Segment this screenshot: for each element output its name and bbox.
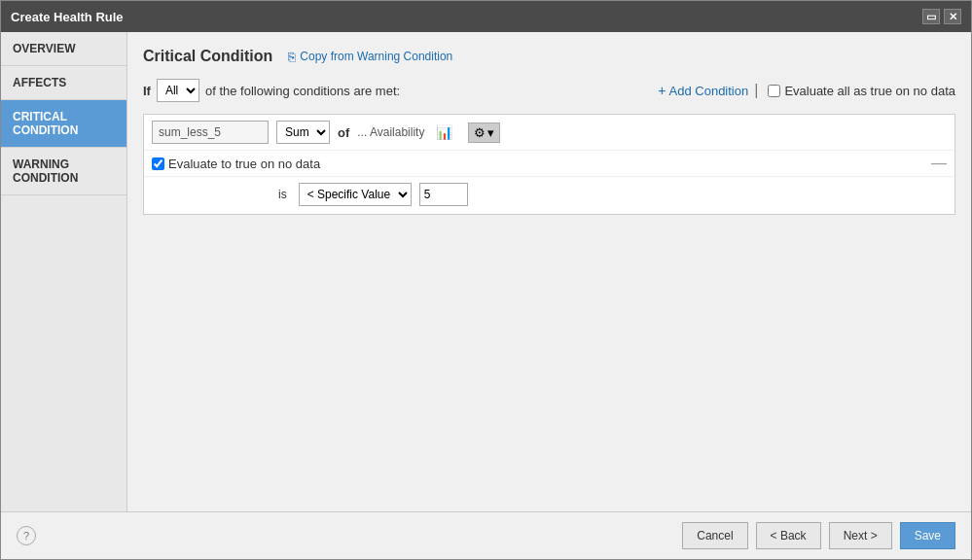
sidebar-item-overview[interactable]: Overview [1, 32, 126, 66]
restore-button[interactable]: ▭ [922, 9, 940, 24]
title-bar: Create Health Rule ▭ ✕ [1, 1, 971, 32]
main-header: Critical Condition ⎘ Copy from Warning C… [143, 48, 955, 65]
evaluate-all-label: Evaluate all as true on no data [768, 84, 955, 98]
condition-bar-right: + Add Condition | Evaluate all as true o… [658, 82, 955, 99]
next-button[interactable]: Next > [829, 522, 892, 549]
cancel-button[interactable]: Cancel [682, 522, 747, 549]
add-condition-label: Add Condition [669, 84, 749, 98]
main-content: Critical Condition ⎘ Copy from Warning C… [127, 32, 971, 511]
page-title: Critical Condition [143, 48, 272, 65]
sidebar-item-warning-condition[interactable]: Warning Condition [1, 148, 126, 195]
gear-dropdown-icon: ▾ [487, 125, 494, 140]
close-button[interactable]: ✕ [944, 9, 961, 24]
evaluate-true-checkbox[interactable] [152, 158, 164, 170]
copy-from-warning-link[interactable]: Copy from Warning Condition [300, 50, 452, 63]
evaluate-all-text: Evaluate all as true on no data [784, 84, 955, 98]
if-label: If [143, 84, 151, 98]
evaluate-true-row: Evaluate to true on no data — [144, 151, 954, 177]
copy-icon: ⎘ [288, 50, 296, 64]
help-button[interactable]: ? [17, 526, 36, 545]
sidebar-item-critical-condition[interactable]: Critical Condition [1, 100, 126, 148]
back-button[interactable]: < Back [756, 522, 821, 549]
plus-icon: + [658, 83, 666, 98]
operator-select[interactable]: < Specific Value [299, 183, 412, 206]
value-input[interactable] [419, 183, 468, 206]
of-label: of [338, 125, 349, 140]
footer: ? Cancel < Back Next > Save [1, 511, 971, 559]
sidebar: Overview Affects Critical Condition Warn… [1, 32, 127, 511]
content: Overview Affects Critical Condition Warn… [1, 32, 971, 511]
sidebar-item-affects[interactable]: Affects [1, 66, 126, 100]
dialog-title: Create Health Rule [11, 10, 124, 24]
evaluate-true-text: Evaluate to true on no data [168, 157, 320, 171]
condition-row-top: sum_less_5 Sum of ... Availability 📊 ⚙ ▾ [144, 115, 954, 151]
condition-content: sum_less_5 Sum of ... Availability 📊 ⚙ ▾ [143, 114, 955, 215]
chart-icon: 📊 [436, 124, 452, 140]
row-right-actions: ⚙ ▾ [468, 122, 500, 143]
metric-path: ... Availability [357, 125, 424, 139]
dialog: Create Health Rule ▭ ✕ Overview Affects … [0, 0, 972, 560]
all-select[interactable]: All [157, 79, 199, 102]
is-label: is [278, 188, 287, 201]
title-bar-controls: ▭ ✕ [922, 9, 961, 24]
save-button[interactable]: Save [900, 522, 955, 549]
add-condition-button[interactable]: + Add Condition [658, 83, 748, 98]
condition-bar: If All of the following conditions are m… [143, 79, 955, 102]
remove-condition-button[interactable]: — [931, 155, 947, 172]
condition-row-bottom: is < Specific Value [270, 177, 954, 214]
gear-icon: ⚙ [474, 125, 486, 140]
separator-icon: | [754, 82, 758, 99]
of-the-following-text: of the following conditions are met: [205, 84, 400, 98]
aggregation-select[interactable]: Sum [276, 121, 330, 144]
evaluate-true-label: Evaluate to true on no data [152, 157, 320, 171]
evaluate-all-checkbox[interactable] [768, 85, 780, 97]
gear-button[interactable]: ⚙ ▾ [468, 122, 500, 143]
condition-bar-left: If All of the following conditions are m… [143, 79, 658, 102]
metric-name-display: sum_less_5 [152, 121, 269, 144]
